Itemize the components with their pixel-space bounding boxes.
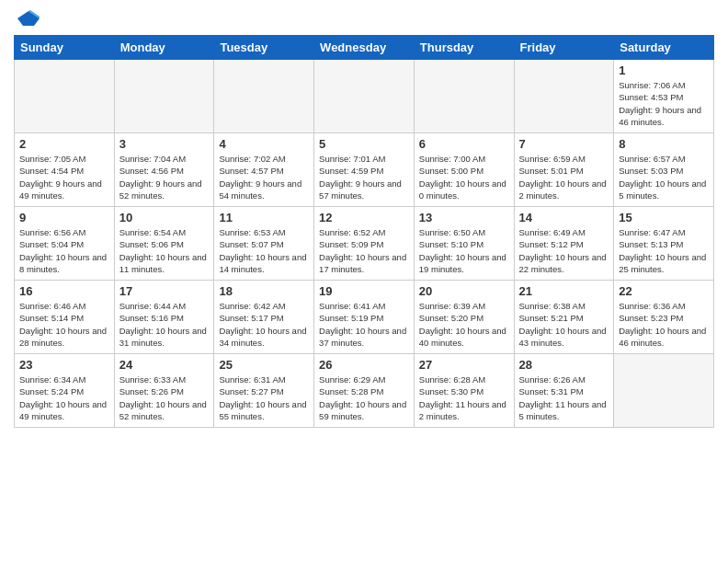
col-monday: Monday [114, 36, 214, 60]
day-number: 7 [519, 137, 609, 151]
col-sunday: Sunday [15, 36, 115, 60]
calendar-container: Sunday Monday Tuesday Wednesday Thursday… [0, 0, 728, 437]
col-tuesday: Tuesday [214, 36, 314, 60]
day-info: Sunrise: 7:04 AM Sunset: 4:56 PM Dayligh… [119, 153, 210, 201]
day-number: 24 [119, 358, 210, 372]
table-row: 8Sunrise: 6:57 AM Sunset: 5:03 PM Daylig… [614, 133, 714, 207]
table-row: 23Sunrise: 6:34 AM Sunset: 5:24 PM Dayli… [15, 354, 115, 428]
table-row: 5Sunrise: 7:01 AM Sunset: 4:59 PM Daylig… [314, 133, 415, 207]
table-row: 26Sunrise: 6:29 AM Sunset: 5:28 PM Dayli… [314, 354, 415, 428]
day-info: Sunrise: 6:26 AM Sunset: 5:31 PM Dayligh… [519, 373, 609, 422]
day-number: 23 [19, 358, 109, 372]
table-row: 14Sunrise: 6:49 AM Sunset: 5:12 PM Dayli… [514, 207, 614, 281]
day-number: 13 [419, 211, 509, 224]
table-row: 16Sunrise: 6:46 AM Sunset: 5:14 PM Dayli… [15, 281, 115, 354]
day-number: 6 [419, 137, 509, 151]
table-row: 10Sunrise: 6:54 AM Sunset: 5:06 PM Dayli… [114, 207, 214, 281]
day-info: Sunrise: 6:44 AM Sunset: 5:16 PM Dayligh… [119, 300, 210, 349]
day-info: Sunrise: 6:57 AM Sunset: 5:03 PM Dayligh… [619, 153, 709, 201]
table-row: 20Sunrise: 6:39 AM Sunset: 5:20 PM Dayli… [414, 281, 514, 354]
logo [14, 9, 41, 28]
day-number: 28 [519, 358, 609, 372]
day-number: 16 [19, 284, 109, 298]
day-info: Sunrise: 6:39 AM Sunset: 5:20 PM Dayligh… [419, 300, 509, 349]
day-number: 15 [619, 211, 709, 224]
day-number: 9 [19, 211, 109, 224]
day-number: 14 [519, 211, 609, 224]
table-row: 13Sunrise: 6:50 AM Sunset: 5:10 PM Dayli… [414, 207, 514, 281]
day-info: Sunrise: 6:50 AM Sunset: 5:10 PM Dayligh… [419, 226, 509, 275]
col-thursday: Thursday [414, 36, 514, 60]
day-info: Sunrise: 6:31 AM Sunset: 5:27 PM Dayligh… [219, 373, 309, 422]
table-row: 17Sunrise: 6:44 AM Sunset: 5:16 PM Dayli… [114, 281, 214, 354]
calendar-table: Sunday Monday Tuesday Wednesday Thursday… [14, 35, 714, 428]
table-row [15, 60, 115, 133]
col-friday: Friday [514, 36, 614, 60]
day-info: Sunrise: 6:41 AM Sunset: 5:19 PM Dayligh… [319, 300, 409, 349]
table-row [514, 60, 614, 133]
day-number: 26 [319, 358, 409, 372]
day-number: 25 [219, 358, 309, 372]
calendar-week-row: 9Sunrise: 6:56 AM Sunset: 5:04 PM Daylig… [15, 207, 714, 281]
day-info: Sunrise: 7:01 AM Sunset: 4:59 PM Dayligh… [319, 153, 409, 201]
day-number: 20 [419, 284, 509, 298]
calendar-week-row: 23Sunrise: 6:34 AM Sunset: 5:24 PM Dayli… [15, 354, 714, 428]
day-info: Sunrise: 6:53 AM Sunset: 5:07 PM Dayligh… [219, 226, 309, 275]
day-number: 8 [619, 137, 709, 151]
calendar-week-row: 16Sunrise: 6:46 AM Sunset: 5:14 PM Dayli… [15, 281, 714, 354]
table-row [314, 60, 415, 133]
day-info: Sunrise: 6:34 AM Sunset: 5:24 PM Dayligh… [19, 373, 109, 422]
day-number: 11 [219, 211, 309, 224]
day-number: 19 [319, 284, 409, 298]
day-number: 17 [119, 284, 210, 298]
day-info: Sunrise: 6:36 AM Sunset: 5:23 PM Dayligh… [619, 300, 709, 349]
day-info: Sunrise: 6:28 AM Sunset: 5:30 PM Dayligh… [419, 373, 509, 422]
day-info: Sunrise: 6:42 AM Sunset: 5:17 PM Dayligh… [219, 300, 309, 349]
day-number: 4 [219, 137, 309, 151]
day-number: 5 [319, 137, 409, 151]
calendar-header-row: Sunday Monday Tuesday Wednesday Thursday… [15, 36, 714, 60]
day-info: Sunrise: 6:49 AM Sunset: 5:12 PM Dayligh… [519, 226, 609, 275]
day-number: 12 [319, 211, 409, 224]
day-info: Sunrise: 6:47 AM Sunset: 5:13 PM Dayligh… [619, 226, 709, 275]
table-row [114, 60, 214, 133]
table-row [614, 354, 714, 428]
table-row: 6Sunrise: 7:00 AM Sunset: 5:00 PM Daylig… [414, 133, 514, 207]
table-row: 18Sunrise: 6:42 AM Sunset: 5:17 PM Dayli… [214, 281, 314, 354]
day-number: 2 [19, 137, 109, 151]
day-number: 21 [519, 284, 609, 298]
day-info: Sunrise: 7:06 AM Sunset: 4:53 PM Dayligh… [619, 79, 709, 128]
table-row [214, 60, 314, 133]
day-info: Sunrise: 6:52 AM Sunset: 5:09 PM Dayligh… [319, 226, 409, 275]
table-row: 1Sunrise: 7:06 AM Sunset: 4:53 PM Daylig… [614, 60, 714, 133]
day-number: 1 [619, 63, 709, 77]
day-info: Sunrise: 6:46 AM Sunset: 5:14 PM Dayligh… [19, 300, 109, 349]
day-info: Sunrise: 6:56 AM Sunset: 5:04 PM Dayligh… [19, 226, 109, 275]
day-info: Sunrise: 6:33 AM Sunset: 5:26 PM Dayligh… [119, 373, 210, 422]
table-row: 2Sunrise: 7:05 AM Sunset: 4:54 PM Daylig… [15, 133, 115, 207]
day-number: 3 [119, 137, 210, 151]
table-row: 12Sunrise: 6:52 AM Sunset: 5:09 PM Dayli… [314, 207, 415, 281]
svg-marker-0 [17, 11, 40, 26]
table-row: 3Sunrise: 7:04 AM Sunset: 4:56 PM Daylig… [114, 133, 214, 207]
day-info: Sunrise: 6:38 AM Sunset: 5:21 PM Dayligh… [519, 300, 609, 349]
day-number: 10 [119, 211, 210, 224]
day-number: 27 [419, 358, 509, 372]
day-info: Sunrise: 6:59 AM Sunset: 5:01 PM Dayligh… [519, 153, 609, 201]
table-row: 21Sunrise: 6:38 AM Sunset: 5:21 PM Dayli… [514, 281, 614, 354]
table-row: 24Sunrise: 6:33 AM Sunset: 5:26 PM Dayli… [114, 354, 214, 428]
day-info: Sunrise: 6:54 AM Sunset: 5:06 PM Dayligh… [119, 226, 210, 275]
table-row [414, 60, 514, 133]
table-row: 4Sunrise: 7:02 AM Sunset: 4:57 PM Daylig… [214, 133, 314, 207]
day-number: 18 [219, 284, 309, 298]
col-saturday: Saturday [614, 36, 714, 60]
table-row: 27Sunrise: 6:28 AM Sunset: 5:30 PM Dayli… [414, 354, 514, 428]
calendar-week-row: 1Sunrise: 7:06 AM Sunset: 4:53 PM Daylig… [15, 60, 714, 133]
day-info: Sunrise: 7:05 AM Sunset: 4:54 PM Dayligh… [19, 153, 109, 201]
calendar-week-row: 2Sunrise: 7:05 AM Sunset: 4:54 PM Daylig… [15, 133, 714, 207]
table-row: 11Sunrise: 6:53 AM Sunset: 5:07 PM Dayli… [214, 207, 314, 281]
calendar-header [14, 9, 714, 28]
day-info: Sunrise: 6:29 AM Sunset: 5:28 PM Dayligh… [319, 373, 409, 422]
col-wednesday: Wednesday [314, 36, 415, 60]
table-row: 7Sunrise: 6:59 AM Sunset: 5:01 PM Daylig… [514, 133, 614, 207]
